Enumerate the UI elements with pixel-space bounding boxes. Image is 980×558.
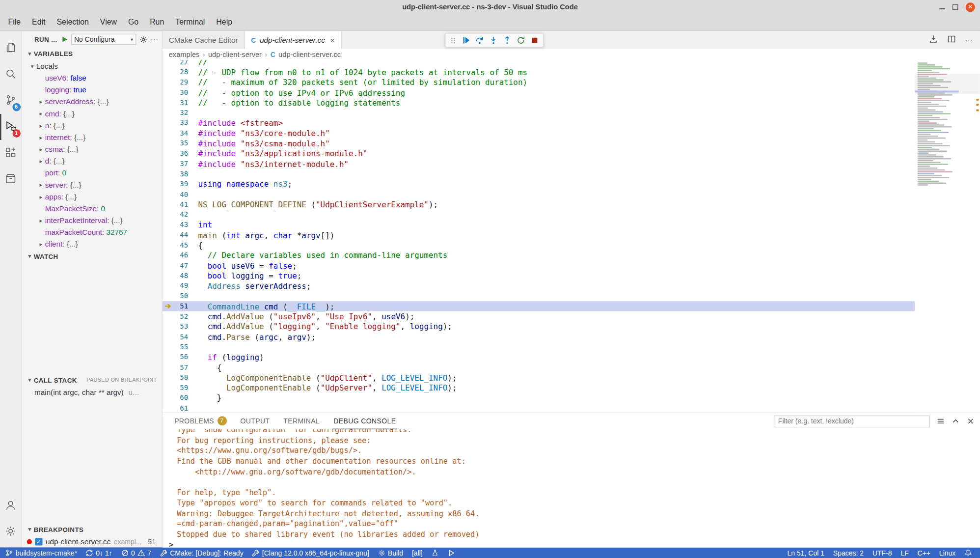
status-language[interactable]: C++: [913, 547, 935, 558]
code-line-52[interactable]: 52 cmd.AddValue ("useIpv6", "Use Ipv6", …: [163, 311, 915, 322]
code-line-29[interactable]: 29// - maximum of 320 packets sent (or l…: [163, 77, 915, 87]
debug-step-over-icon[interactable]: [475, 36, 484, 45]
code-line-41[interactable]: 41NS_LOG_COMPONENT_DEFINE ("UdpClientSer…: [163, 199, 915, 210]
code-line-59[interactable]: 59 LogComponentEnable ("UdpServer", LOG_…: [163, 383, 915, 393]
status-build[interactable]: Build: [374, 547, 408, 558]
stack-frame-main[interactable]: main(int argc, char ** argv) u…: [22, 386, 162, 398]
variable-internet[interactable]: ▸internet: {...}: [22, 131, 162, 143]
activity-item-account[interactable]: [0, 492, 22, 518]
close-icon[interactable]: ×: [330, 35, 335, 45]
variable-cmd[interactable]: ▸cmd: {...}: [22, 108, 162, 119]
close-panel-icon[interactable]: [966, 417, 975, 425]
code-line-38[interactable]: 38: [163, 169, 915, 179]
status-cursor-position[interactable]: Ln 51, Col 1: [783, 547, 829, 558]
console-lines-icon[interactable]: [936, 417, 945, 425]
debug-step-into-icon[interactable]: [489, 36, 498, 45]
tab-cmake-cache-editor[interactable]: CMake Cache Editor: [163, 31, 245, 49]
debug-config-dropdown[interactable]: No Configura ▾: [71, 34, 136, 45]
code-line-53[interactable]: 53 cmd.AddValue ("logging", "Enable logg…: [163, 322, 915, 332]
code-line-56[interactable]: 56 if (logging): [163, 352, 915, 363]
debug-step-out-icon[interactable]: [502, 36, 512, 45]
menu-item-file[interactable]: File: [2, 14, 27, 30]
variable-d[interactable]: ▸d: {...}: [22, 155, 162, 167]
debug-stop-icon[interactable]: [530, 36, 539, 45]
code-line-36[interactable]: 36#include "ns3/applications-module.h": [163, 148, 915, 159]
code-line-39[interactable]: 39using namespace ns3;: [163, 179, 915, 190]
variable-csma[interactable]: ▸csma: {...}: [22, 143, 162, 155]
variable-useV6[interactable]: useV6: false: [22, 72, 162, 84]
breakpoint-checkbox[interactable]: ✓: [35, 538, 42, 545]
panel-tab-problems[interactable]: PROBLEMS7: [173, 413, 228, 429]
chevron-up-icon[interactable]: [951, 417, 960, 425]
code-line-47[interactable]: 47 bool useV6 = false;: [163, 260, 915, 271]
watch-section-header[interactable]: ▾ WATCH: [22, 250, 162, 262]
status-eol[interactable]: LF: [896, 547, 913, 558]
code-line-28[interactable]: 28// - UDP flow from n0 to n1 of 1024 by…: [163, 67, 915, 77]
debug-console-input[interactable]: >: [169, 540, 980, 548]
menu-item-terminal[interactable]: Terminal: [170, 14, 211, 30]
menu-item-run[interactable]: Run: [144, 14, 170, 30]
status-cmake-status[interactable]: CMake: [Debug]: Ready: [156, 547, 248, 558]
variables-scope-locals[interactable]: ▾ Locals: [22, 60, 162, 72]
activity-item-settings[interactable]: [0, 519, 22, 545]
variable-serverAddress[interactable]: ▸serverAddress: {...}: [22, 96, 162, 108]
variable-MaxPacketSize[interactable]: MaxPacketSize: 0: [22, 202, 162, 214]
code-line-32[interactable]: 32: [163, 108, 915, 118]
minimap[interactable]: [915, 60, 980, 412]
code-line-55[interactable]: 55: [163, 342, 915, 352]
variable-logging[interactable]: logging: true: [22, 84, 162, 95]
debug-continue-icon[interactable]: [461, 36, 470, 45]
close-window-icon[interactable]: ✕: [966, 2, 975, 11]
code-line-31[interactable]: 31// - option to disable logging stateme…: [163, 98, 915, 108]
variable-n[interactable]: ▸n: {...}: [22, 119, 162, 131]
variable-interPacketInterval[interactable]: ▸interPacketInterval: {...}: [22, 214, 162, 226]
menu-item-help[interactable]: Help: [211, 14, 238, 30]
code-editor[interactable]: 27//28// - UDP flow from n0 to n1 of 102…: [163, 60, 980, 412]
variable-server[interactable]: ▸server: {...}: [22, 179, 162, 191]
code-line-44[interactable]: 44main (int argc, char *argv[]): [163, 230, 915, 240]
code-line-61[interactable]: 61: [163, 403, 915, 413]
code-line-50[interactable]: 50: [163, 291, 915, 302]
activity-item-explorer[interactable]: [0, 35, 22, 61]
code-line-35[interactable]: 35#include "ns3/csma-module.h": [163, 139, 915, 149]
activity-item-run-debug[interactable]: 1: [0, 114, 22, 140]
status-sync[interactable]: 0↓ 1↑: [82, 547, 117, 558]
status-problems[interactable]: 07: [117, 547, 156, 558]
code-line-42[interactable]: 42: [163, 210, 915, 220]
code-line-43[interactable]: 43int: [163, 220, 915, 230]
breakpoint-item[interactable]: ✓ udp-client-server.cc exampl... 51: [22, 535, 162, 547]
panel-tab-debug-console[interactable]: DEBUG CONSOLE: [332, 413, 397, 429]
menu-item-go[interactable]: Go: [123, 14, 144, 30]
status-notifications[interactable]: [960, 547, 976, 558]
code-line-58[interactable]: 58 LogComponentEnable ("UdpClient", LOG_…: [163, 372, 915, 383]
download-icon[interactable]: [929, 34, 938, 46]
breadcrumb-folder[interactable]: examples: [169, 51, 200, 58]
activity-item-test-explorer[interactable]: [0, 166, 22, 192]
status-cmake-kit[interactable]: [Clang 12.0.0 x86_64-pc-linux-gnu]: [248, 547, 374, 558]
code-line-40[interactable]: 40: [163, 189, 915, 199]
gripper-icon[interactable]: [449, 36, 457, 45]
variables-section-header[interactable]: ▾ VARIABLES: [22, 48, 162, 60]
breadcrumb-folder[interactable]: udp-client-server: [208, 51, 262, 58]
more-actions-icon[interactable]: ···: [151, 35, 158, 44]
code-line-49[interactable]: 49 Address serverAddress;: [163, 281, 915, 291]
code-line-33[interactable]: 33#include <fstream>: [163, 118, 915, 128]
activity-item-extensions[interactable]: [0, 140, 22, 166]
code-line-34[interactable]: 34#include "ns3/core-module.h": [163, 128, 915, 139]
status-encoding[interactable]: UTF-8: [868, 547, 897, 558]
status-build-target[interactable]: [all]: [408, 547, 427, 558]
variable-apps[interactable]: ▸apps: {...}: [22, 191, 162, 202]
status-launch[interactable]: [443, 547, 460, 558]
call-stack-section-header[interactable]: ▾ CALL STACK PAUSED ON BREAKPOINT: [22, 374, 162, 386]
variable-port[interactable]: port: 0: [22, 167, 162, 179]
status-os[interactable]: Linux: [935, 547, 960, 558]
activity-item-source-control[interactable]: 6: [0, 87, 22, 113]
code-line-27[interactable]: 27//: [163, 60, 915, 67]
status-test[interactable]: [427, 547, 443, 558]
code-line-46[interactable]: 46 // Declare variables used in command-…: [163, 251, 915, 261]
menu-item-view[interactable]: View: [94, 14, 122, 30]
status-branch[interactable]: buildsystem-cmake*: [1, 547, 82, 558]
debug-start-button[interactable]: [60, 36, 68, 43]
activity-item-search[interactable]: [0, 61, 22, 87]
breadcrumb-file[interactable]: udp-client-server.cc: [278, 51, 341, 58]
